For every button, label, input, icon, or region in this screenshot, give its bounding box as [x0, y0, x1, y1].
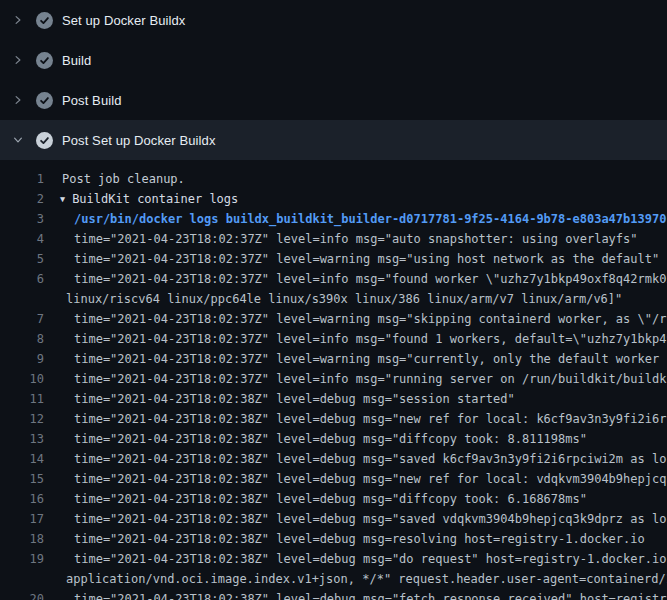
log-viewer[interactable]: 1 ▼Post job cleanup. 2 ▼BuildKit contain… — [0, 160, 667, 600]
log-row: ▼application/vnd.oci.image.index.v1+json… — [0, 569, 667, 589]
log-text-content: time="2021-04-23T18:02:37Z" level=info m… — [74, 272, 667, 286]
log-text: ▼time="2021-04-23T18:02:38Z" level=debug… — [74, 549, 667, 569]
step-label: Post Set up Docker Buildx — [62, 133, 216, 148]
line-number[interactable]: 2 — [0, 189, 44, 209]
log-row: 7 ▼time="2021-04-23T18:02:37Z" level=war… — [0, 309, 667, 329]
log-text-content: time="2021-04-23T18:02:38Z" level=debug … — [74, 592, 667, 600]
log-text-content: time="2021-04-23T18:02:38Z" level=debug … — [74, 512, 667, 526]
log-text-content: time="2021-04-23T18:02:37Z" level=warnin… — [74, 312, 667, 326]
line-number[interactable]: 3 — [0, 209, 44, 229]
log-text: ▼BuildKit container logs — [60, 189, 238, 209]
line-number[interactable]: 14 — [0, 449, 44, 469]
log-text: ▼time="2021-04-23T18:02:37Z" level=info … — [74, 229, 638, 249]
log-text-content: application/vnd.oci.image.index.v1+json,… — [66, 572, 667, 586]
log-row: 5 ▼time="2021-04-23T18:02:37Z" level=war… — [0, 249, 667, 269]
log-row: 12 ▼time="2021-04-23T18:02:38Z" level=de… — [0, 409, 667, 429]
log-text-content: time="2021-04-23T18:02:38Z" level=debug … — [74, 412, 667, 426]
line-number[interactable]: 9 — [0, 349, 44, 369]
log-text: ▼time="2021-04-23T18:02:38Z" level=debug… — [74, 529, 645, 549]
check-circle-icon — [36, 12, 53, 29]
log-text-content: time="2021-04-23T18:02:37Z" level=warnin… — [74, 352, 667, 366]
line-number[interactable] — [0, 289, 44, 309]
log-text: ▼time="2021-04-23T18:02:38Z" level=debug… — [74, 509, 667, 529]
log-text-content: time="2021-04-23T18:02:38Z" level=debug … — [74, 432, 587, 446]
log-row: 2 ▼BuildKit container logs — [0, 189, 667, 209]
line-number[interactable]: 17 — [0, 509, 44, 529]
check-circle-icon — [36, 92, 53, 109]
chevron-right-icon[interactable] — [12, 12, 24, 28]
log-row: 4 ▼time="2021-04-23T18:02:37Z" level=inf… — [0, 229, 667, 249]
line-number[interactable]: 13 — [0, 429, 44, 449]
log-text-content: BuildKit container logs — [72, 192, 238, 206]
line-number[interactable]: 12 — [0, 409, 44, 429]
log-text-content: time="2021-04-23T18:02:37Z" level=warnin… — [74, 252, 659, 266]
log-text: ▼time="2021-04-23T18:02:38Z" level=debug… — [74, 389, 515, 409]
line-number[interactable]: 19 — [0, 549, 44, 569]
line-number[interactable]: 4 — [0, 229, 44, 249]
log-text-content: time="2021-04-23T18:02:38Z" level=debug … — [74, 452, 667, 466]
step-label: Post Build — [62, 93, 122, 108]
log-text: ▼Post job cleanup. — [62, 169, 185, 189]
chevron-right-icon[interactable] — [12, 92, 24, 108]
log-row: 10 ▼time="2021-04-23T18:02:37Z" level=in… — [0, 369, 667, 389]
log-text-content: time="2021-04-23T18:02:37Z" level=info m… — [74, 232, 638, 246]
log-text: ▼time="2021-04-23T18:02:38Z" level=debug… — [74, 589, 667, 600]
log-text-content: time="2021-04-23T18:02:38Z" level=debug … — [74, 492, 587, 506]
log-text: ▼time="2021-04-23T18:02:38Z" level=debug… — [74, 469, 667, 489]
line-number[interactable]: 1 — [0, 169, 44, 189]
log-text-content: time="2021-04-23T18:02:37Z" level=info m… — [74, 372, 667, 386]
line-number[interactable]: 16 — [0, 489, 44, 509]
line-number[interactable]: 5 — [0, 249, 44, 269]
chevron-right-icon[interactable] — [12, 52, 24, 68]
line-number[interactable]: 15 — [0, 469, 44, 489]
step-post-build[interactable]: Post Build — [0, 80, 667, 120]
log-lines: 1 ▼Post job cleanup. 2 ▼BuildKit contain… — [0, 169, 667, 600]
log-row: 11 ▼time="2021-04-23T18:02:38Z" level=de… — [0, 389, 667, 409]
log-row: 1 ▼Post job cleanup. — [0, 169, 667, 189]
line-number[interactable]: 20 — [0, 589, 44, 600]
line-number[interactable]: 7 — [0, 309, 44, 329]
step-build[interactable]: Build — [0, 40, 667, 80]
log-row: 20 ▼time="2021-04-23T18:02:38Z" level=de… — [0, 589, 667, 600]
log-text-content: time="2021-04-23T18:02:38Z" level=debug … — [74, 552, 667, 566]
log-row: 17 ▼time="2021-04-23T18:02:38Z" level=de… — [0, 509, 667, 529]
line-number[interactable]: 8 — [0, 329, 44, 349]
line-number[interactable]: 11 — [0, 389, 44, 409]
steps-list: Set up Docker Buildx Build Post Build Po… — [0, 0, 667, 160]
log-row: 3 ▼/usr/bin/docker logs buildx_buildkit_… — [0, 209, 667, 229]
log-text-content: Post job cleanup. — [62, 172, 185, 186]
log-text: ▼time="2021-04-23T18:02:38Z" level=debug… — [74, 429, 587, 449]
log-row: 14 ▼time="2021-04-23T18:02:38Z" level=de… — [0, 449, 667, 469]
line-number[interactable]: 6 — [0, 269, 44, 289]
log-text: ▼time="2021-04-23T18:02:37Z" level=info … — [74, 269, 667, 289]
step-post-set-up-docker-buildx[interactable]: Post Set up Docker Buildx — [0, 120, 667, 160]
line-number[interactable] — [0, 569, 44, 589]
log-text: ▼application/vnd.oci.image.index.v1+json… — [66, 569, 667, 589]
log-text-content: time="2021-04-23T18:02:38Z" level=debug … — [74, 392, 515, 406]
log-text-content: linux/riscv64 linux/ppc64le linux/s390x … — [66, 292, 622, 306]
log-text: ▼/usr/bin/docker logs buildx_buildkit_bu… — [74, 209, 666, 229]
log-text-content: /usr/bin/docker logs buildx_buildkit_bui… — [74, 212, 666, 226]
log-text: ▼time="2021-04-23T18:02:37Z" level=warni… — [74, 309, 667, 329]
log-text-content: time="2021-04-23T18:02:38Z" level=debug … — [74, 532, 645, 546]
step-set-up-docker-buildx[interactable]: Set up Docker Buildx — [0, 0, 667, 40]
log-text-content: time="2021-04-23T18:02:37Z" level=info m… — [74, 332, 667, 346]
line-number[interactable]: 18 — [0, 529, 44, 549]
log-text: ▼time="2021-04-23T18:02:38Z" level=debug… — [74, 409, 667, 429]
log-text: ▼time="2021-04-23T18:02:37Z" level=info … — [74, 329, 667, 349]
step-label: Set up Docker Buildx — [62, 13, 185, 28]
line-number[interactable]: 10 — [0, 369, 44, 389]
log-row: 8 ▼time="2021-04-23T18:02:37Z" level=inf… — [0, 329, 667, 349]
log-row: 6 ▼time="2021-04-23T18:02:37Z" level=inf… — [0, 269, 667, 289]
log-row: 16 ▼time="2021-04-23T18:02:38Z" level=de… — [0, 489, 667, 509]
step-label: Build — [62, 53, 91, 68]
log-row: ▼linux/riscv64 linux/ppc64le linux/s390x… — [0, 289, 667, 309]
log-text: ▼time="2021-04-23T18:02:38Z" level=debug… — [74, 489, 587, 509]
chevron-down-icon[interactable] — [12, 132, 24, 148]
log-text: ▼time="2021-04-23T18:02:37Z" level=warni… — [74, 249, 659, 269]
log-text: ▼time="2021-04-23T18:02:37Z" level=info … — [74, 369, 667, 389]
log-text: ▼time="2021-04-23T18:02:37Z" level=warni… — [74, 349, 667, 369]
log-text: ▼time="2021-04-23T18:02:38Z" level=debug… — [74, 449, 667, 469]
log-row: 15 ▼time="2021-04-23T18:02:38Z" level=de… — [0, 469, 667, 489]
group-collapse-icon[interactable]: ▼ — [60, 194, 65, 204]
